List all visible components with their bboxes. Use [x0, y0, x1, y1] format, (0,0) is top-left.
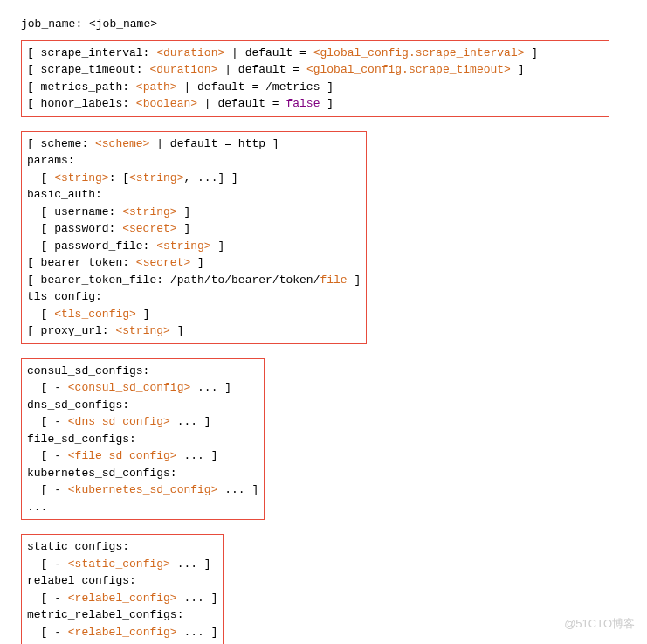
txt: [ -: [27, 557, 68, 571]
txt: [ password:: [27, 222, 122, 235]
txt: ... ]: [170, 415, 211, 428]
placeholder: <relabel_config>: [68, 592, 177, 605]
metric-relabel-line: metric_relabel_configs:: [27, 606, 217, 624]
txt: ... ]: [217, 483, 258, 496]
file-sd-entry-line: [ - <file_sd_config> ... ]: [27, 447, 258, 465]
txt: [ -: [27, 483, 68, 496]
placeholder: <string>: [156, 239, 210, 253]
tls-config-entry-line: [ <tls_config> ]: [27, 306, 361, 323]
job-name-line: job_name: <job_name>: [21, 16, 626, 33]
txt: ... ]: [190, 381, 231, 394]
bearer-token-line: [ bearer_token: <secret> ]: [27, 254, 361, 272]
txt: [: [27, 308, 54, 321]
txt: ... ]: [177, 592, 218, 605]
txt: ]: [136, 308, 150, 321]
placeholder: <secret>: [122, 222, 176, 235]
ellipsis-line: ...: [27, 499, 258, 516]
placeholder: <string>: [115, 324, 169, 337]
placeholder: <duration>: [149, 63, 217, 76]
txt: | default =: [224, 46, 313, 59]
metric-relabel-entry-line: [ - <relabel_config> ... ]: [27, 624, 217, 641]
placeholder: <string>: [129, 171, 183, 184]
honor-labels-line: [ honor_labels: <boolean> | default = fa…: [27, 95, 603, 113]
placeholder: <path>: [136, 80, 177, 93]
txt: ]: [177, 222, 191, 235]
proxy-url-line: [ proxy_url: <string> ]: [27, 322, 361, 340]
placeholder: <relabel_config>: [68, 626, 177, 639]
txt: ... ]: [170, 557, 211, 571]
txt: | default = /metrics ]: [177, 80, 334, 93]
txt: [ scrape_timeout:: [27, 63, 149, 76]
sd-configs-box: consul_sd_configs: [ - <consul_sd_config…: [21, 358, 265, 521]
placeholder: <file_sd_config>: [68, 449, 177, 462]
placeholder: <tls_config>: [54, 308, 136, 321]
placeholder: <dns_sd_config>: [68, 415, 170, 428]
txt: [ password_file:: [27, 239, 156, 253]
placeholder: <consul_sd_config>: [68, 381, 190, 394]
consul-sd-entry-line: [ - <consul_sd_config> ... ]: [27, 379, 258, 397]
params-entry-line: [ <string>: [<string>, ...] ]: [27, 170, 361, 187]
placeholder: <boolean>: [136, 97, 197, 110]
placeholder: <global_config.scrape_interval>: [313, 46, 525, 59]
auth-settings-box: [ scheme: <scheme> | default = http ] pa…: [21, 131, 367, 344]
txt: ]: [170, 324, 184, 337]
txt: [ -: [27, 626, 68, 639]
txt: ... ]: [177, 626, 218, 639]
placeholder: <secret>: [136, 256, 190, 269]
password-line: [ password: <secret> ]: [27, 220, 361, 238]
relabel-configs-entry-line: [ - <relabel_config> ... ]: [27, 590, 217, 607]
txt: [ bearer_token:: [27, 256, 136, 269]
tls-config-line: tls_config:: [27, 288, 361, 306]
static-configs-entry-line: [ - <static_config> ... ]: [27, 556, 217, 573]
basic-auth-line: basic_auth:: [27, 186, 361, 204]
relabel-configs-box: static_configs: [ - <static_config> ... …: [21, 534, 224, 644]
scrape-settings-box: [ scrape_interval: <duration> | default …: [21, 40, 609, 117]
txt: [ -: [27, 449, 68, 462]
scheme-line: [ scheme: <scheme> | default = http ]: [27, 135, 361, 153]
txt: [ -: [27, 592, 68, 605]
placeholder: <static_config>: [68, 557, 170, 571]
txt: [ honor_labels:: [27, 97, 136, 110]
txt: [ scheme:: [27, 137, 95, 150]
scrape-interval-line: [ scrape_interval: <duration> | default …: [27, 45, 603, 62]
keyword-false: false: [286, 97, 320, 110]
consul-sd-line: consul_sd_configs:: [27, 363, 258, 380]
txt: : [: [109, 171, 129, 184]
placeholder: <scheme>: [95, 137, 149, 150]
txt: [ metrics_path:: [27, 80, 136, 93]
placeholder: <string>: [122, 205, 176, 218]
txt: [: [27, 171, 54, 184]
txt: [ -: [27, 381, 68, 394]
watermark: @51CTO博客: [564, 615, 635, 633]
dns-sd-entry-line: [ - <dns_sd_config> ... ]: [27, 413, 258, 431]
txt: [ username:: [27, 205, 122, 218]
txt: , ...] ]: [183, 171, 237, 184]
dns-sd-line: dns_sd_configs:: [27, 397, 258, 414]
static-configs-line: static_configs:: [27, 538, 217, 556]
txt: | default =: [217, 63, 306, 76]
txt: | default =: [197, 97, 286, 110]
relabel-configs-line: relabel_configs:: [27, 572, 217, 590]
txt: ]: [190, 256, 204, 269]
placeholder: <duration>: [156, 46, 224, 59]
scrape-timeout-line: [ scrape_timeout: <duration> | default =…: [27, 61, 603, 79]
params-line: params:: [27, 152, 361, 170]
password-file-line: [ password_file: <string> ]: [27, 238, 361, 255]
txt: ]: [525, 46, 539, 59]
placeholder: <global_config.scrape_timeout>: [306, 63, 511, 76]
txt: ]: [177, 205, 191, 218]
txt: ]: [511, 63, 525, 76]
txt: [ bearer_token_file: /path/to/bearer/tok…: [27, 274, 320, 287]
file-sd-line: file_sd_configs:: [27, 431, 258, 448]
txt: [ proxy_url:: [27, 324, 115, 337]
kubernetes-sd-entry-line: [ - <kubernetes_sd_config> ... ]: [27, 481, 258, 499]
placeholder: <kubernetes_sd_config>: [68, 483, 218, 496]
txt: ]: [320, 97, 334, 110]
txt: | default = http ]: [149, 137, 279, 150]
txt: ]: [348, 274, 361, 287]
txt: [ -: [27, 415, 68, 428]
username-line: [ username: <string> ]: [27, 204, 361, 221]
placeholder: <string>: [54, 171, 108, 184]
txt: ]: [211, 239, 225, 253]
keyword-file: file: [320, 274, 347, 287]
